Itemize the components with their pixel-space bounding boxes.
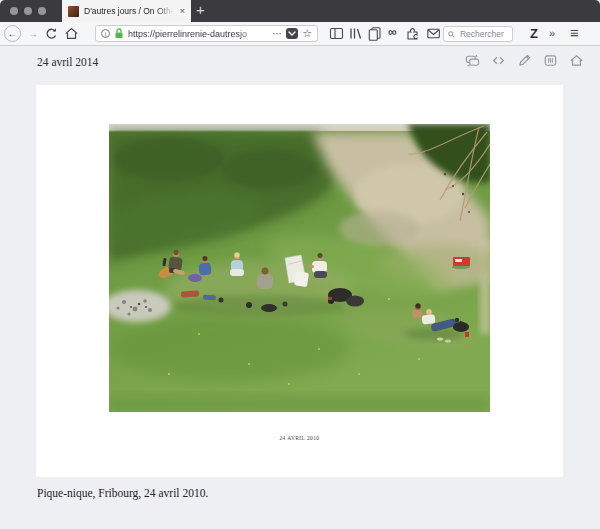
page-actions-icon[interactable]: ⋯ [272, 29, 282, 39]
back-button[interactable]: ← [4, 25, 21, 42]
shuffle-icon[interactable] [465, 53, 480, 68]
url-text: https://pierrelinrenie-dautresjo [128, 29, 268, 39]
window-fullscreen-button[interactable] [38, 7, 46, 15]
lock-icon [114, 28, 124, 39]
sidebar-icon[interactable] [329, 26, 344, 41]
home-icon[interactable] [64, 26, 79, 41]
page-content: 24 avril 2014 [0, 46, 600, 529]
nav-toolbar: ← → i https://pierrelinrenie-dautresjo ⋯… [0, 22, 600, 46]
puzzle-extension-icon[interactable] [405, 26, 420, 41]
infinity-icon[interactable]: ∞ [385, 25, 400, 39]
reload-icon[interactable] [44, 26, 59, 41]
library-icon[interactable] [348, 26, 363, 41]
url-bar[interactable]: i https://pierrelinrenie-dautresjo ⋯ ☆ [95, 25, 318, 42]
tab-title: D'autres jours / On Other Days: [84, 6, 174, 16]
search-icon [448, 30, 455, 39]
edit-pencil-icon[interactable] [517, 53, 532, 68]
browser-tab[interactable]: D'autres jours / On Other Days: × [62, 0, 191, 22]
footer-caption: Pique-nique, Fribourg, 24 avril 2010. [37, 487, 208, 499]
site-toolbar [465, 53, 584, 68]
post-date-heading: 24 avril 2014 [37, 56, 98, 68]
hamburger-menu-icon[interactable]: ≡ [570, 24, 579, 41]
zotero-icon[interactable]: Z [530, 26, 538, 41]
mail-icon[interactable] [426, 26, 441, 41]
new-tab-button[interactable]: + [196, 1, 205, 18]
photo-caption: 24 AVRIL 2010 [109, 435, 490, 441]
tab-favicon-icon [68, 6, 79, 17]
browser-window: D'autres jours / On Other Days: × + ← → … [0, 0, 600, 529]
bookmark-star-icon[interactable]: ☆ [302, 28, 312, 39]
tab-close-icon[interactable]: × [179, 6, 185, 16]
forward-button[interactable]: → [26, 26, 40, 41]
archive-icon[interactable] [543, 53, 558, 68]
clipboard-icon[interactable] [367, 26, 382, 41]
site-home-icon[interactable] [569, 53, 584, 68]
window-close-button[interactable] [10, 7, 18, 15]
post-card: 24 AVRIL 2010 [36, 85, 563, 477]
overflow-chevron-icon[interactable]: » [549, 27, 555, 39]
site-info-icon[interactable]: i [101, 29, 110, 38]
search-field[interactable] [443, 26, 513, 42]
prev-next-icon[interactable] [491, 53, 506, 68]
pocket-icon[interactable] [286, 28, 298, 39]
window-minimize-button[interactable] [24, 7, 32, 15]
photo[interactable] [109, 124, 490, 412]
titlebar: D'autres jours / On Other Days: × + [0, 0, 600, 22]
search-input[interactable] [458, 28, 508, 40]
